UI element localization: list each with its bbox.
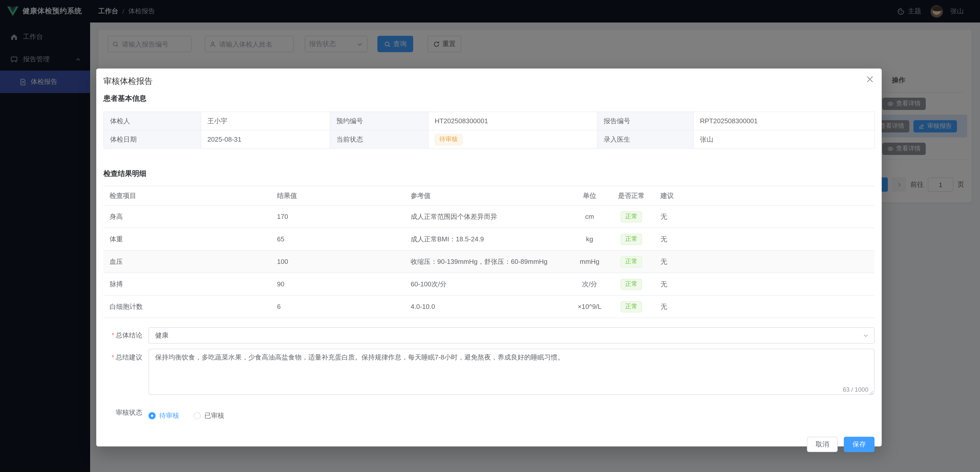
patient-field-label: 录入医生 [598, 130, 694, 149]
cell-suggestion: 无 [654, 234, 875, 244]
cell-normal: 正常 [608, 233, 654, 245]
result-row-height: 身高 170 成人正常范围因个体差异而异 cm 正常 无 [103, 206, 875, 228]
required-asterisk: * [111, 331, 114, 339]
col-header-result: 结果值 [271, 191, 404, 200]
cell-item: 血压 [103, 257, 271, 266]
patient-section-title: 患者基本信息 [103, 94, 875, 103]
cell-unit: ×10^9/L [571, 303, 608, 310]
cell-suggestion: 无 [654, 257, 875, 266]
cell-result: 170 [271, 213, 404, 220]
cell-item: 脉搏 [103, 279, 271, 289]
patient-field-value: 2025-08-31 [201, 130, 330, 149]
cell-result: 65 [271, 235, 404, 243]
patient-info-table: 体检人 王小宇 预约编号 HT202508300001 报告编号 RPT2025… [103, 111, 875, 149]
review-status-label: 审核状态 [103, 407, 148, 421]
result-row-pulse: 脉搏 90 60-100次/分 次/分 正常 无 [103, 273, 875, 296]
patient-field-value: HT202508300001 [428, 112, 598, 130]
cell-suggestion: 无 [654, 302, 875, 311]
cell-reference: 收缩压：90-139mmHg，舒张压：60-89mmHg [404, 257, 571, 266]
review-status-form-row: 审核状态 待审核 已审核 [103, 407, 875, 421]
cell-normal: 正常 [608, 256, 654, 267]
cell-reference: 60-100次/分 [404, 279, 571, 289]
suggestion-textarea-wrap: 保持均衡饮食，多吃蔬菜水果，少食高油高盐食物，适量补充蛋白质。保持规律作息，每天… [148, 349, 875, 396]
conclusion-label: *总体结论 [103, 327, 148, 344]
radio-pending[interactable]: 待审核 [148, 411, 179, 420]
normal-badge: 正常 [620, 256, 642, 267]
col-header-reference: 参考值 [404, 191, 571, 200]
cell-normal: 正常 [608, 301, 654, 312]
result-row-weight: 体重 65 成人正常BMI：18.5-24.9 kg 正常 无 [103, 228, 875, 250]
patient-field-label: 当前状态 [330, 130, 428, 149]
page-root: 健康体检预约系统 工作台 / 体检报告 主题 张山 工作台 [0, 0, 980, 472]
results-table: 检查项目 结果值 参考值 单位 是否正常 建议 身高 170 成人正常范围因个体… [103, 185, 875, 318]
required-asterisk: * [111, 353, 114, 361]
normal-badge: 正常 [620, 211, 642, 222]
normal-badge: 正常 [620, 233, 642, 245]
conclusion-select[interactable]: 健康 [148, 327, 875, 344]
cell-result: 6 [271, 303, 404, 310]
radio-reviewed-label: 已审核 [204, 411, 224, 420]
cancel-button[interactable]: 取消 [807, 437, 838, 452]
cell-result: 100 [271, 258, 404, 265]
col-header-normal: 是否正常 [608, 191, 654, 200]
cell-unit: mmHg [571, 258, 608, 265]
cell-normal: 正常 [608, 279, 654, 290]
cell-result: 90 [271, 280, 404, 288]
cell-unit: kg [571, 235, 608, 243]
cell-item: 白细胞计数 [103, 302, 271, 311]
suggestion-textarea[interactable]: 保持均衡饮食，多吃蔬菜水果，少食高油高盐食物，适量补充蛋白质。保持规律作息，每天… [148, 349, 875, 395]
patient-field-value: RPT202508300001 [694, 112, 875, 130]
radio-pending-label: 待审核 [159, 411, 179, 420]
cell-unit: 次/分 [571, 279, 608, 289]
status-badge-pending: 待审核 [435, 134, 462, 145]
conclusion-value: 健康 [155, 331, 169, 340]
save-button[interactable]: 保存 [844, 437, 875, 452]
modal-footer: 取消 保存 [103, 437, 875, 452]
patient-field-label: 体检人 [104, 112, 201, 130]
review-report-modal: 审核体检报告 患者基本信息 体检人 王小宇 预约编号 HT20250830000… [96, 68, 882, 447]
cell-suggestion: 无 [654, 212, 875, 221]
chevron-down-icon [863, 333, 869, 339]
col-header-item: 检查项目 [103, 191, 271, 200]
result-row-wbc: 白细胞计数 6 4.0-10.0 ×10^9/L 正常 无 [103, 296, 875, 318]
close-icon[interactable] [865, 74, 875, 84]
conclusion-form-row: *总体结论 健康 [103, 327, 875, 344]
suggestion-label: *总结建议 [103, 349, 148, 396]
suggestion-form-row: *总结建议 保持均衡饮食，多吃蔬菜水果，少食高油高盐食物，适量补充蛋白质。保持规… [103, 349, 875, 396]
patient-field-label: 报告编号 [598, 112, 694, 130]
patient-field-label: 体检日期 [104, 130, 201, 149]
cell-reference: 4.0-10.0 [404, 303, 571, 310]
normal-badge: 正常 [620, 301, 642, 312]
results-table-header: 检查项目 结果值 参考值 单位 是否正常 建议 [103, 186, 875, 206]
cell-reference: 成人正常范围因个体差异而异 [404, 212, 571, 221]
patient-field-label: 预约编号 [330, 112, 428, 130]
cell-reference: 成人正常BMI：18.5-24.9 [404, 234, 571, 244]
patient-field-value: 王小宇 [201, 112, 330, 130]
cell-item: 身高 [103, 212, 271, 221]
radio-reviewed[interactable]: 已审核 [194, 411, 224, 420]
result-row-blood-pressure: 血压 100 收缩压：90-139mmHg，舒张压：60-89mmHg mmHg… [103, 250, 875, 273]
cell-item: 体重 [103, 234, 271, 244]
char-counter: 63 / 1000 [843, 386, 869, 393]
cell-suggestion: 无 [654, 279, 875, 289]
normal-badge: 正常 [620, 279, 642, 290]
radio-dot-unchecked [194, 412, 201, 419]
review-status-radio-group: 待审核 已审核 [148, 411, 224, 421]
col-header-unit: 单位 [571, 191, 608, 200]
cell-unit: cm [571, 213, 608, 220]
radio-dot-checked [148, 412, 156, 419]
col-header-suggestion: 建议 [654, 191, 875, 200]
modal-title: 审核体检报告 [103, 76, 875, 87]
resize-handle-icon[interactable] [869, 391, 873, 395]
results-section-title: 检查结果明细 [103, 169, 875, 179]
cell-normal: 正常 [608, 211, 654, 222]
patient-field-value: 待审核 [428, 130, 598, 149]
patient-field-value: 张山 [694, 130, 875, 149]
